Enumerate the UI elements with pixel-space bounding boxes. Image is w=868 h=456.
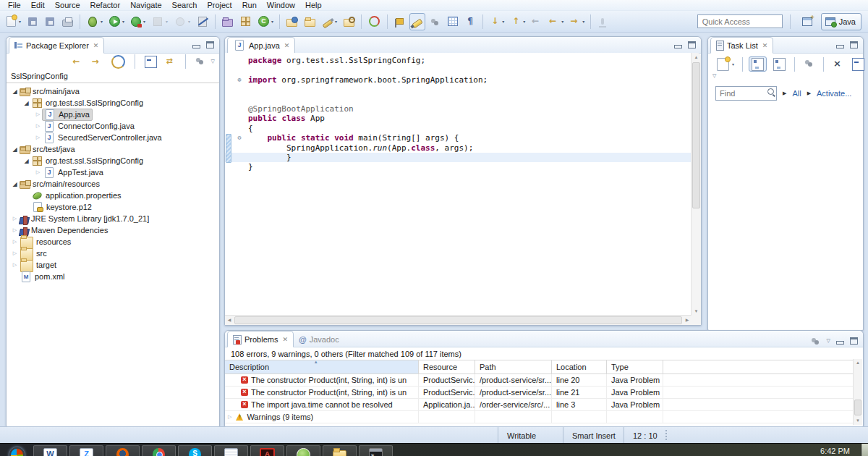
mark-occurrences-button[interactable] [409,13,425,30]
minimize-button[interactable] [192,45,200,48]
close-icon[interactable]: ✕ [93,42,99,49]
close-icon[interactable]: ✕ [762,42,768,49]
minimize-button[interactable] [836,341,844,345]
filters-icon[interactable] [810,337,820,345]
scroll-up-icon[interactable]: ▲ [692,53,701,62]
tree-item[interactable]: ▷resources [7,236,219,248]
quick-access-input[interactable] [697,14,783,28]
tree-item[interactable]: pom.xml [7,271,219,282]
menu-project[interactable]: Project [202,0,237,10]
menu-run[interactable]: Run [237,0,262,10]
column-header-location[interactable]: Location [552,360,607,373]
save-button[interactable] [25,13,41,30]
link-activate[interactable]: Activate... [817,89,851,98]
dropdown-arrow-icon[interactable]: ▾ [502,19,504,24]
dropdown-arrow-icon[interactable]: ▾ [166,19,168,24]
tree-item[interactable]: ▷JRE System Library [jdk1.7.0_21] [7,213,219,224]
maximize-button[interactable] [850,41,858,48]
new-java-package-button[interactable] [237,13,254,30]
debug-button[interactable]: ▾ [84,13,105,30]
skip-all-breakpoints-button[interactable] [194,13,211,30]
dropdown-arrow-icon[interactable]: ▾ [143,19,145,24]
editor-horizontal-scrollbar[interactable]: ◀ ▶ [225,315,692,325]
tree-item[interactable]: ▷ConnectorConfig.java [7,120,219,132]
export-button[interactable]: ▾ [508,13,527,30]
tree-item[interactable]: keystore.p12 [7,201,219,213]
new-java-class-button[interactable]: ▾ [255,13,276,30]
taskbar-firefox-button[interactable] [106,445,140,456]
last-edit-button[interactable] [529,13,545,30]
code-editor[interactable]: package org.test.ssl.SslSpringConfig;imp… [225,53,692,316]
column-header-path[interactable]: Path [475,360,552,373]
column-header-description[interactable]: Description▲ [225,360,419,373]
dropdown-arrow-icon[interactable]: ▾ [732,62,734,67]
tab-javadoc[interactable]: @ Javadoc [294,332,344,347]
scrollbar-thumb[interactable] [692,62,700,208]
taskbar-chrome-button[interactable] [142,445,176,456]
maximize-button[interactable] [688,41,696,48]
menu-navigate[interactable]: Navigate [125,0,166,10]
scrollbar-thumb[interactable] [234,316,682,324]
show-source-of-selected-element-button[interactable] [444,13,461,30]
fold-collapse-icon[interactable]: ⊖ [235,133,244,143]
expand-arrow-icon[interactable]: ▷ [11,262,19,268]
expand-arrow-icon[interactable]: ▷ [34,111,42,117]
collapse-arrow-icon[interactable]: ◢ [22,100,30,106]
tree-item[interactable]: ◢org.test.ssl.SslSpringConfig [7,155,219,166]
run-button[interactable]: ▾ [106,13,127,30]
fold-expand-icon[interactable]: ⊕ [235,75,244,85]
new-task-button[interactable]: ▾ [713,56,736,72]
view-menu-icon[interactable]: ▽ [211,59,215,64]
focus-on-workweek-button[interactable] [801,56,817,72]
taskbar-skype-button[interactable] [178,445,212,456]
dropdown-arrow-icon[interactable]: ▾ [19,19,21,24]
scrollbar-thumb[interactable] [854,400,861,415]
project-root-label[interactable]: SslSpringConfig [7,69,219,83]
expand-arrow-icon[interactable]: ▷ [11,239,19,245]
taskbar-terminal-button[interactable] [359,445,393,456]
taskbar-green-button[interactable] [286,445,320,456]
stop-button[interactable]: ▾ [149,13,170,30]
collapse-all-button[interactable] [848,56,868,72]
show-whitespace-button[interactable] [463,13,479,30]
menu-source[interactable]: Source [50,0,85,10]
taskbar-zoom-button[interactable] [69,445,103,456]
run-external-tool-button[interactable]: ▾ [128,13,148,30]
close-icon[interactable]: ✕ [284,42,290,49]
problem-row[interactable]: The constructor Product(int, String, int… [225,374,854,387]
menu-window[interactable]: Window [262,0,300,10]
view-menu-icon[interactable]: ▽ [827,338,830,344]
tree-item[interactable]: ▷target [7,259,219,271]
scroll-right-icon[interactable]: ▶ [683,316,692,325]
taskbar-notepad-button[interactable] [214,445,248,456]
expand-arrow-icon[interactable]: ▶ [783,90,786,96]
dropdown-arrow-icon[interactable]: ▾ [101,19,103,24]
collapse-arrow-icon[interactable]: ◢ [22,158,30,164]
tree-item[interactable]: ◢src/test/java [7,143,219,155]
expand-arrow-icon[interactable]: ▷ [228,414,231,420]
expand-arrow-icon[interactable]: ▷ [11,227,19,233]
taskbar-adobe-button[interactable] [250,445,284,456]
tree-item[interactable]: application.properties [7,190,219,201]
forward-button[interactable] [89,54,104,69]
tree-item[interactable]: ◢src/main/java [7,85,219,97]
column-header-resource[interactable]: Resource [419,360,475,373]
minimize-button[interactable] [674,45,682,48]
dropdown-arrow-icon[interactable]: ▾ [122,19,124,24]
collapse-all-button[interactable] [141,54,161,69]
problem-row[interactable]: The import java.time cannot be resolvedA… [225,399,854,411]
minimize-button[interactable] [836,45,844,48]
collapse-arrow-icon[interactable]: ◢ [11,181,19,187]
tree-item[interactable]: ▷AppTest.java [7,166,219,178]
scroll-up-icon[interactable]: ▲ [854,359,862,367]
import-button[interactable]: ▾ [487,13,506,30]
tree-item[interactable]: ▷App.java [7,109,219,120]
menu-refactor[interactable]: Refactor [85,0,126,10]
relaunch-button[interactable]: ▾ [171,13,192,30]
dropdown-arrow-icon[interactable]: ▾ [271,19,273,24]
taskbar-start-button[interactable] [2,445,31,456]
tree-item[interactable]: ◢src/main/resources [7,178,219,190]
menu-file[interactable]: File [3,0,26,10]
tree-item[interactable]: ▷src [7,248,219,259]
taskbar-word-button[interactable] [33,445,67,456]
